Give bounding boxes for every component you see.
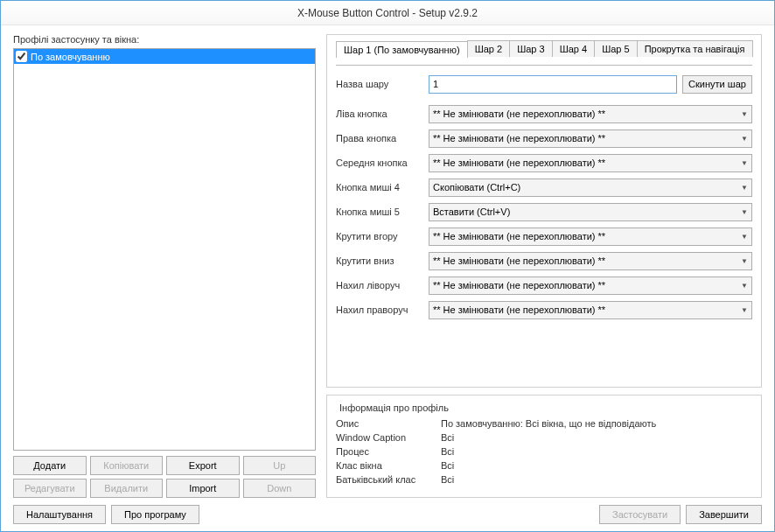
button-combo-text-2: ** Не змінювати (не перехоплювати) ** (433, 158, 741, 168)
button-row-6: Крутити вниз** Не змінювати (не перехопл… (336, 251, 752, 270)
profile-item-default[interactable]: По замовчуванню (14, 49, 315, 64)
button-combo-text-5: ** Не змінювати (не перехоплювати) ** (433, 231, 741, 242)
button-combo-6[interactable]: ** Не змінювати (не перехоплювати) **▼ (429, 252, 752, 270)
export-button[interactable]: Export (166, 456, 240, 475)
button-label-0: Ліва кнопка (336, 108, 429, 119)
button-combo-text-7: ** Не змінювати (не перехоплювати) ** (433, 280, 741, 290)
up-button: Up (243, 456, 317, 475)
button-label-7: Нахил ліворуч (336, 280, 429, 290)
button-row-2: Середня кнопка** Не змінювати (не перехо… (336, 153, 752, 172)
info-process-value: Всі (441, 446, 454, 457)
window-title: X-Mouse Button Control - Setup v2.9.2 (297, 7, 478, 19)
titlebar: X-Mouse Button Control - Setup v2.9.2 (1, 1, 774, 25)
button-row-4: Кнопка миші 5Вставити (Ctrl+V)▼ (336, 202, 752, 221)
button-row-7: Нахил ліворуч** Не змінювати (не перехоп… (336, 276, 752, 295)
profiles-label: Профілі застосунку та вікна: (13, 34, 316, 45)
button-row-5: Крутити вгору** Не змінювати (не перехоп… (336, 227, 752, 246)
chevron-down-icon: ▼ (741, 159, 748, 167)
bottom-left: Налаштування Про програму (13, 505, 199, 524)
button-combo-2[interactable]: ** Не змінювати (не перехоплювати) **▼ (429, 154, 752, 172)
chevron-down-icon: ▼ (741, 233, 748, 241)
info-class-row: Клас вікна Всі (336, 460, 752, 471)
button-combo-7[interactable]: ** Не змінювати (не перехоплювати) **▼ (429, 276, 752, 295)
right-panel: Шар 1 (По замовчуванню) Шар 2 Шар 3 Шар … (326, 34, 762, 498)
bottom-bar: Налаштування Про програму Застосувати За… (13, 505, 762, 524)
info-caption-value: Всі (441, 432, 454, 443)
close-button[interactable]: Завершити (686, 505, 762, 524)
tab-layer2[interactable]: Шар 2 (467, 40, 511, 57)
chevron-down-icon: ▼ (741, 135, 748, 143)
profile-info-group: Інформація про профіль Опис По замовчува… (326, 395, 762, 498)
settings-button[interactable]: Налаштування (13, 505, 106, 524)
reset-layer-button[interactable]: Скинути шар (682, 75, 752, 94)
info-parent-row: Батьківський клас Всі (336, 474, 752, 485)
button-label-8: Нахил праворуч (336, 304, 429, 315)
button-label-1: Права кнопка (336, 133, 429, 144)
button-combo-text-8: ** Не змінювати (не перехоплювати) ** (433, 304, 741, 315)
button-row-8: Нахил праворуч** Не змінювати (не перехо… (336, 300, 752, 319)
info-parent-value: Всі (441, 474, 454, 485)
button-row-3: Кнопка миші 4Скопіювати (Ctrl+C)▼ (336, 178, 752, 197)
info-caption-label: Window Caption (336, 432, 441, 443)
profile-checkbox[interactable] (16, 51, 27, 62)
button-row-0: Ліва кнопка** Не змінювати (не перехоплю… (336, 104, 752, 123)
button-combo-text-0: ** Не змінювати (не перехоплювати) ** (433, 108, 741, 119)
button-combo-3[interactable]: Скопіювати (Ctrl+C)▼ (429, 178, 752, 197)
tab-layer4[interactable]: Шар 4 (552, 40, 596, 57)
edit-button: Редагувати (13, 479, 87, 498)
button-combo-text-1: ** Не змінювати (не перехоплювати) ** (433, 133, 741, 144)
layer-group: Шар 1 (По замовчуванню) Шар 2 Шар 3 Шар … (326, 34, 762, 388)
chevron-down-icon: ▼ (741, 282, 748, 290)
app-window: X-Mouse Button Control - Setup v2.9.2 Пр… (0, 0, 775, 532)
chevron-down-icon: ▼ (741, 208, 748, 216)
button-combo-5[interactable]: ** Не змінювати (не перехоплювати) **▼ (429, 228, 752, 246)
button-combo-text-4: Вставити (Ctrl+V) (433, 206, 741, 217)
delete-button: Видалити (90, 479, 164, 498)
content: Профілі застосунку та вікна: По замовчув… (1, 25, 774, 531)
info-process-label: Процес (336, 446, 441, 457)
button-row-1: Права кнопка** Не змінювати (не перехопл… (336, 129, 752, 148)
button-label-6: Крутити вниз (336, 256, 429, 266)
profile-info-title: Інформація про профіль (336, 402, 452, 413)
info-process-row: Процес Всі (336, 446, 752, 457)
button-label-4: Кнопка миші 5 (336, 206, 429, 217)
tab-scroll[interactable]: Прокрутка та навігація (637, 40, 753, 57)
tabs: Шар 1 (По замовчуванню) Шар 2 Шар 3 Шар … (336, 40, 752, 57)
chevron-down-icon: ▼ (741, 184, 748, 192)
add-button[interactable]: Додати (13, 456, 87, 475)
button-combo-0[interactable]: ** Не змінювати (не перехоплювати) **▼ (429, 105, 752, 123)
chevron-down-icon: ▼ (741, 257, 748, 265)
about-button[interactable]: Про програму (111, 505, 199, 524)
profile-buttons: Додати Копіювати Export Up Редагувати Ви… (13, 456, 316, 498)
button-label-2: Середня кнопка (336, 158, 429, 168)
tab-layer5[interactable]: Шар 5 (594, 40, 638, 57)
tab-layer3[interactable]: Шар 3 (509, 40, 553, 57)
apply-button: Застосувати (599, 505, 681, 524)
info-desc-value: По замовчуванню: Всі вікна, що не відпов… (441, 418, 656, 429)
button-combo-text-6: ** Не змінювати (не перехоплювати) ** (433, 256, 741, 266)
info-parent-label: Батьківський клас (336, 474, 441, 485)
info-desc-row: Опис По замовчуванню: Всі вікна, що не в… (336, 418, 752, 429)
profile-list[interactable]: По замовчуванню (13, 48, 316, 451)
layer-name-row: Назва шару Скинути шар (336, 74, 752, 94)
tab-layer1[interactable]: Шар 1 (По замовчуванню) (336, 41, 468, 58)
info-caption-row: Window Caption Всі (336, 432, 752, 443)
copy-button: Копіювати (90, 456, 164, 475)
button-combo-8[interactable]: ** Не змінювати (не перехоплювати) **▼ (429, 301, 752, 319)
left-panel: Профілі застосунку та вікна: По замовчув… (13, 34, 316, 498)
button-combo-text-3: Скопіювати (Ctrl+C) (433, 182, 741, 192)
chevron-down-icon: ▼ (741, 306, 748, 314)
button-label-5: Крутити вгору (336, 231, 429, 242)
down-button: Down (243, 479, 317, 498)
import-button[interactable]: Import (166, 479, 240, 498)
layer-name-input[interactable] (429, 75, 677, 94)
main-area: Профілі застосунку та вікна: По замовчув… (13, 34, 762, 498)
info-class-label: Клас вікна (336, 460, 441, 471)
info-desc-label: Опис (336, 418, 441, 429)
chevron-down-icon: ▼ (741, 110, 748, 118)
button-combo-4[interactable]: Вставити (Ctrl+V)▼ (429, 203, 752, 221)
button-label-3: Кнопка миші 4 (336, 182, 429, 192)
button-combo-1[interactable]: ** Не змінювати (не перехоплювати) **▼ (429, 130, 752, 148)
tab-content: Назва шару Скинути шар Ліва кнопка** Не … (336, 65, 752, 319)
layer-name-label: Назва шару (336, 79, 429, 89)
